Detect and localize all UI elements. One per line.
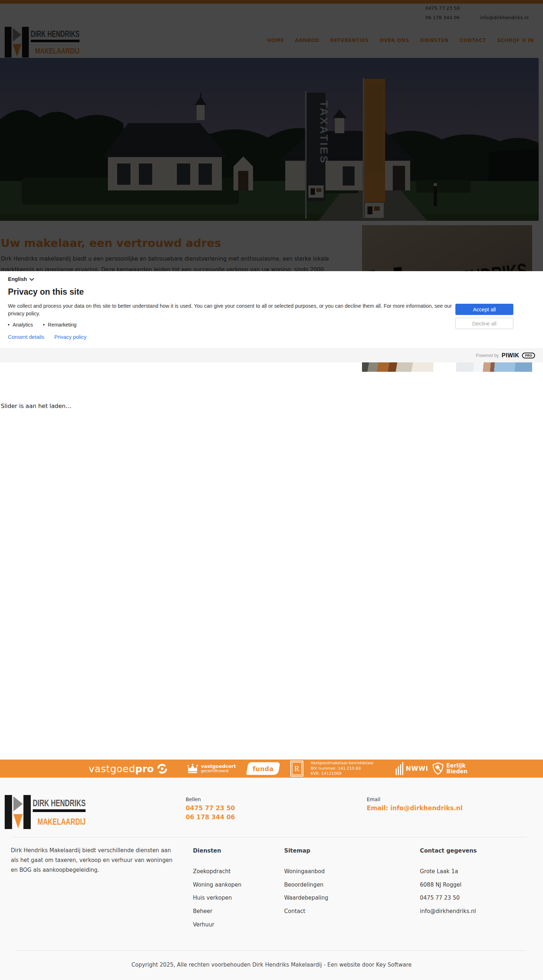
email-label: Email bbox=[367, 797, 380, 802]
purpose-remarketing: Remarketing bbox=[43, 322, 76, 328]
brand-line1: DIRK HENDRIKS bbox=[33, 797, 86, 808]
footer-about: Dirk Hendriks Makelaardij biedt verschil… bbox=[11, 846, 177, 875]
eerlijk-line1: Eerlijk bbox=[446, 763, 467, 768]
contact-city: 6088 NJ Roggel bbox=[420, 881, 462, 888]
contact-street: Grote Laak 1a bbox=[420, 868, 458, 875]
nwwi-label: NWWI bbox=[406, 765, 428, 772]
eerlijk-line2: Bieden bbox=[446, 768, 467, 774]
piwik-branding: Powered by PIWIK PRO bbox=[476, 352, 535, 359]
footer-link-beoordelingen[interactable]: Beoordelingen bbox=[284, 881, 323, 888]
vastgoedcert-logo[interactable]: vastgoedcert gecertificeerd bbox=[187, 764, 236, 773]
vastgoedpro-logo[interactable]: vastgoedpro bbox=[89, 763, 167, 774]
register-seal[interactable]: R bbox=[290, 760, 303, 776]
vastgoedcert-line1: vastgoedcert bbox=[201, 764, 236, 768]
consent-body: We collect and process your data on this… bbox=[8, 302, 460, 317]
piwik-logo: PIWIK bbox=[502, 352, 519, 359]
footer-phone-2[interactable]: 06 178 344 06 bbox=[186, 813, 235, 821]
registration-line1: Vastgoedmakelaar-bemiddelaar bbox=[311, 760, 374, 766]
funda-bubble: funda bbox=[246, 762, 280, 775]
consent-title: Privacy on this site bbox=[8, 287, 84, 297]
contact-phone[interactable]: 0475 77 23 50 bbox=[420, 894, 460, 901]
decline-all-button[interactable]: Decline all bbox=[455, 318, 513, 329]
powered-by-label: Powered by bbox=[476, 353, 498, 358]
vastgoedpro-icon bbox=[157, 763, 167, 774]
consent-footer-strip: Powered by PIWIK PRO bbox=[0, 348, 543, 363]
site-footer: DIRK HENDRIKS MAKELAARDIJ Bellen 0475 77… bbox=[0, 778, 543, 980]
purpose-analytics: Analytics bbox=[8, 322, 33, 328]
crown-icon bbox=[187, 764, 198, 773]
privacy-policy-link[interactable]: Privacy policy bbox=[54, 334, 86, 340]
language-label: English bbox=[8, 276, 27, 282]
consent-details-link[interactable]: Consent details bbox=[8, 334, 44, 340]
consent-purposes: Analytics Remarketing bbox=[8, 322, 76, 328]
footer-link-huis-verkopen[interactable]: Huis verkopen bbox=[193, 894, 232, 901]
brand-logo-icon: DIRK HENDRIKS MAKELAARDIJ bbox=[5, 795, 92, 829]
partner-bar: vastgoedpro vastgoedcert gecertificeerd … bbox=[0, 759, 543, 778]
privacy-consent-dialog: English Privacy on this site We collect … bbox=[0, 271, 543, 362]
diensten-header: Diensten bbox=[193, 848, 221, 854]
contact-gegevens-header: Contact gegevens bbox=[420, 848, 477, 854]
purpose-analytics-label: Analytics bbox=[13, 322, 33, 328]
slider-loading-status: Slider is aan het laden… bbox=[1, 402, 71, 409]
footer-link-zoekopdracht[interactable]: Zoekopdracht bbox=[193, 868, 231, 875]
footer-link-woningaanbod[interactable]: Woningaanbod bbox=[284, 868, 325, 875]
brand-line2: MAKELAARDIJ bbox=[37, 817, 86, 827]
bellen-label: Bellen bbox=[186, 797, 201, 802]
accept-all-button[interactable]: Accept all bbox=[455, 304, 513, 315]
footer-link-verhuur[interactable]: Verhuur bbox=[193, 921, 214, 928]
piwik-pro-badge: PRO bbox=[522, 353, 535, 358]
footer-link-contact[interactable]: Contact bbox=[284, 908, 305, 915]
footer-divider bbox=[11, 837, 527, 837]
footer-link-woning-aankopen[interactable]: Woning aankopen bbox=[193, 881, 242, 888]
language-selector[interactable]: English bbox=[8, 276, 33, 282]
shield-gavel-icon bbox=[433, 762, 443, 775]
vastgoedpro-light: vastgoed bbox=[89, 763, 135, 774]
footer-phone-1[interactable]: 0475 77 23 50 bbox=[186, 804, 235, 812]
bullet-icon bbox=[43, 324, 45, 325]
register-seal-letter: R bbox=[290, 760, 303, 776]
nwwi-bars-icon bbox=[396, 762, 403, 775]
funda-logo[interactable]: funda bbox=[247, 762, 279, 775]
page: 0475 77 23 50 06 178 344 06 info@dirkhen… bbox=[0, 0, 543, 980]
footer-link-beheer[interactable]: Beheer bbox=[193, 908, 212, 915]
footer-bottom-divider bbox=[16, 950, 527, 951]
footer-link-waardebepaling[interactable]: Waardebepaling bbox=[284, 894, 328, 901]
registration-line3: KVK: 14121069 bbox=[311, 771, 341, 776]
purpose-remarketing-label: Remarketing bbox=[48, 322, 76, 328]
funda-label: funda bbox=[253, 765, 274, 772]
contact-email[interactable]: info@dirkhendriks.nl bbox=[420, 908, 476, 915]
nwwi-logo[interactable]: NWWI bbox=[396, 762, 428, 775]
copyright: Copyright 2025, Alle rechten voorbehoude… bbox=[0, 961, 543, 968]
vastgoedcert-line2: gecertificeerd bbox=[201, 768, 236, 773]
registration-info: Vastgoedmakelaar-bemiddelaar BIV nummer:… bbox=[311, 760, 374, 776]
bullet-icon bbox=[8, 324, 10, 325]
footer-logo[interactable]: DIRK HENDRIKS MAKELAARDIJ bbox=[5, 795, 92, 829]
sitemap-header: Sitemap bbox=[284, 848, 310, 854]
eerlijk-bieden-logo[interactable]: Eerlijk Bieden bbox=[433, 762, 467, 775]
footer-email[interactable]: Email: info@dirkhendriks.nl bbox=[367, 804, 463, 812]
registration-line2: BIV nummer: 141.210.69 bbox=[311, 766, 361, 772]
chevron-down-icon bbox=[30, 276, 34, 281]
vastgoedpro-bold: pro bbox=[135, 763, 154, 774]
